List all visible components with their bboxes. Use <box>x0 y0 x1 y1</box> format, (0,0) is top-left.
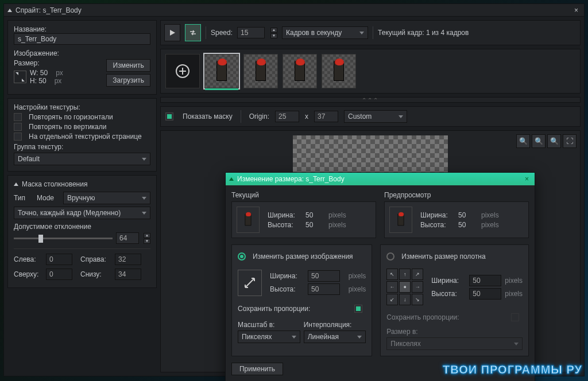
height-value: H: 50 <box>30 77 47 85</box>
keep-ratio-checkbox[interactable] <box>354 305 362 313</box>
resize-image-label: Изменить размер изображения <box>253 252 353 261</box>
tile-v-checkbox[interactable] <box>14 123 22 131</box>
name-label: Название: <box>14 25 150 33</box>
show-mask-label: Показать маску <box>183 112 233 120</box>
loop-button[interactable] <box>185 24 201 41</box>
px-label: pixels <box>328 221 346 229</box>
zoom-reset-button[interactable]: 🔍 <box>532 134 546 148</box>
zoom-in-button[interactable]: 🔍 <box>547 134 561 148</box>
frame-2[interactable] <box>243 54 278 88</box>
origin-x-input[interactable] <box>275 111 299 122</box>
left-label: Слева: <box>14 255 42 263</box>
close-icon[interactable]: × <box>572 6 581 14</box>
name-input[interactable] <box>14 33 150 45</box>
cur-w-val: 50 <box>305 211 325 219</box>
name-panel: Название: Изображение: Размер: W: 50px H… <box>7 20 157 95</box>
dialog-titlebar[interactable]: Изменение размера: s_Terr_Body × <box>226 173 535 185</box>
origin-y-input[interactable] <box>314 111 338 122</box>
interp-select[interactable]: Линейная <box>304 331 366 343</box>
size-label: Размер: <box>14 59 103 67</box>
px-label: pixels <box>481 221 499 229</box>
img-width-input[interactable] <box>308 270 340 282</box>
chevron-down-icon <box>514 343 519 345</box>
prev-w-label: Ширина: <box>420 211 455 219</box>
frame-4[interactable] <box>322 54 356 88</box>
preview-label: Предпросмотр <box>384 191 529 199</box>
left-input[interactable] <box>46 254 72 265</box>
resize-image-radio[interactable] <box>238 252 246 261</box>
tolerance-spinner[interactable]: ▲▼ <box>144 233 150 244</box>
cur-h-val: 50 <box>305 221 325 229</box>
keep-ratio-label: Сохранить пропорции: <box>238 305 310 313</box>
frame-1[interactable] <box>204 54 239 88</box>
chevron-down-icon <box>292 336 296 339</box>
playback-toolbar: Speed: ▲▼ Кадров в секунду Текущий кадр:… <box>160 20 581 45</box>
bottom-input[interactable] <box>115 269 141 280</box>
scalein-select[interactable]: Пикселях <box>238 331 300 343</box>
resize-canvas-radio[interactable] <box>386 252 394 261</box>
chevron-down-icon <box>359 32 364 34</box>
texgroup-label: Группа текстур: <box>14 143 150 151</box>
top-input[interactable] <box>46 269 72 280</box>
precision-select[interactable]: Точно, каждый кадр (Медленно) <box>14 207 150 219</box>
origin-preset-select[interactable]: Custom <box>344 110 407 123</box>
collapse-icon[interactable] <box>229 177 234 181</box>
load-button[interactable]: Загрузить <box>106 74 150 87</box>
interp-label: Интерполяция: <box>304 321 366 329</box>
tile-h-checkbox[interactable] <box>14 113 22 121</box>
prev-h-val: 50 <box>458 221 478 229</box>
fps-select[interactable]: Кадров в секунду <box>282 26 368 39</box>
px-unit2: px <box>55 77 62 85</box>
tolerance-label: Допустимое отклонение <box>14 223 150 231</box>
mode-label: Mode <box>37 194 60 202</box>
cnv-w-label: Ширина: <box>431 277 466 285</box>
collapse-icon[interactable] <box>14 182 18 186</box>
canvas-width-input <box>469 275 501 286</box>
type-label: Тип <box>14 194 33 202</box>
tolerance-slider[interactable] <box>14 234 113 243</box>
resize-canvas-label: Изменить размер полотна <box>401 252 485 261</box>
resize-icon[interactable] <box>14 71 26 83</box>
speed-input[interactable] <box>237 27 265 38</box>
top-label: Сверху: <box>14 270 42 278</box>
img-w-label: Ширина: <box>270 272 304 280</box>
collapse-icon[interactable] <box>7 9 12 12</box>
dialog-close-icon[interactable]: × <box>523 175 531 183</box>
apply-button[interactable]: Применить <box>231 363 283 375</box>
septex-checkbox[interactable] <box>14 133 22 141</box>
tile-v-label: Повторять по вертикали <box>29 123 107 131</box>
splitter-handle[interactable]: ⌃⌃⌃ <box>160 97 581 103</box>
anchor-grid[interactable]: ↖↑↗ ←●→ ↙↓↘ <box>386 269 423 305</box>
show-mask-checkbox[interactable] <box>165 112 173 120</box>
texture-panel: Настройки текстуры: Повторять по горизон… <box>7 98 157 172</box>
play-button[interactable] <box>164 24 180 41</box>
canvas-height-input <box>469 288 501 300</box>
px-label: pixels <box>328 211 346 219</box>
tile-h-label: Повторять по горизонтали <box>29 113 113 121</box>
texgroup-select[interactable]: Default <box>14 153 150 165</box>
zoom-out-button[interactable]: 🔍 <box>516 134 530 148</box>
tex-settings-label: Настройки текстуры: <box>14 103 150 111</box>
speed-spinner[interactable]: ▲▼ <box>270 28 277 38</box>
prev-w-val: 50 <box>458 211 478 219</box>
bottom-label: Снизу: <box>80 270 111 278</box>
fullscreen-button[interactable]: ⛶ <box>563 134 577 148</box>
img-h-label: Высота: <box>270 285 304 293</box>
current-thumb <box>237 207 260 233</box>
tolerance-input[interactable] <box>116 232 139 244</box>
chevron-down-icon <box>142 158 146 161</box>
cur-h-label: Высота: <box>268 221 302 229</box>
right-label: Справа: <box>80 255 111 263</box>
svg-marker-0 <box>170 30 175 36</box>
edit-button[interactable]: Изменить <box>106 59 150 72</box>
right-input[interactable] <box>115 254 141 265</box>
resize-image-column: Изменить размер изображения Ширина:pixel… <box>231 244 372 356</box>
add-frame-button[interactable] <box>165 54 200 88</box>
main-titlebar[interactable]: Спрайт: s_Terr_Body × <box>4 4 584 17</box>
mode-select[interactable]: Вручную <box>63 192 150 204</box>
dialog-title: Изменение размера: s_Terr_Body <box>237 175 523 183</box>
px-label: pixels <box>505 290 523 298</box>
scalein-label: Масштаб в: <box>238 321 300 329</box>
frame-3[interactable] <box>283 54 317 88</box>
img-height-input[interactable] <box>308 283 340 295</box>
